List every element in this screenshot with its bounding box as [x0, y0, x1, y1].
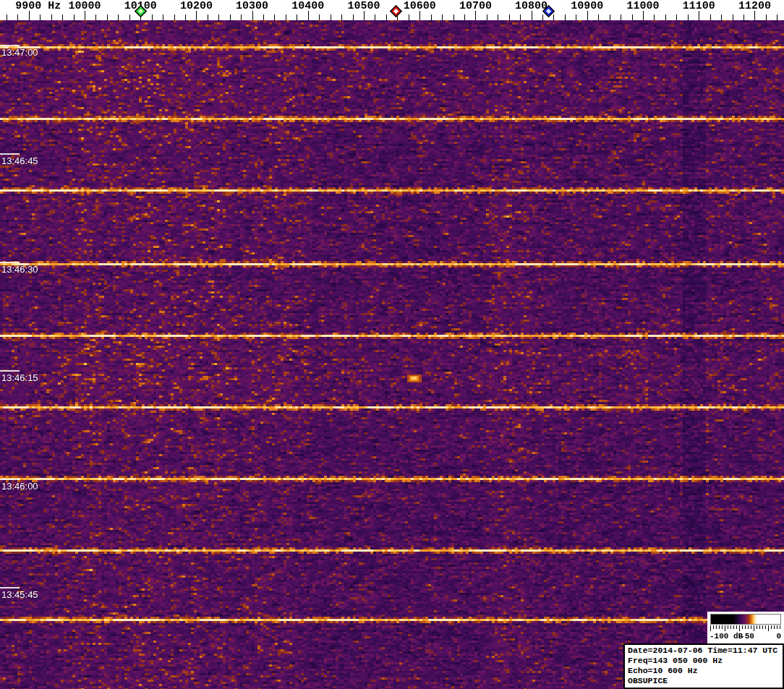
red-diamond-marker[interactable]: [390, 5, 402, 17]
freq-axis-label: 10400: [291, 0, 324, 12]
colorbar-label-max: 0: [776, 632, 781, 641]
info-station-name: OBSUPICE: [628, 676, 780, 686]
colorbar-label-mid: -50: [740, 632, 754, 641]
info-echo-frequency: Echo=10 600 Hz: [628, 666, 780, 676]
green-diamond-marker[interactable]: [135, 5, 147, 17]
freq-axis-label: 10200: [180, 0, 213, 12]
status-info-box: Date=2014-07-06 Time=11:47 UTC Freq=143 …: [623, 643, 784, 689]
blue-diamond-marker-icon: [542, 5, 555, 17]
green-diamond-marker-icon: [135, 5, 147, 17]
info-date-time: Date=2014-07-06 Time=11:47 UTC: [628, 646, 780, 656]
freq-axis-label: 10700: [459, 0, 492, 12]
red-diamond-marker-icon: [390, 5, 402, 17]
colorbar-ticks: [710, 625, 781, 632]
waterfall-window: 9900 Hz100001010010200103001040010500106…: [0, 0, 784, 689]
colorbar-label-min: -100 dB: [710, 632, 743, 641]
freq-axis-label: 9900 Hz: [15, 0, 61, 12]
freq-axis-label: 10600: [404, 0, 436, 12]
frequency-ruler[interactable]: 9900 Hz100001010010200103001040010500106…: [0, 0, 784, 20]
colorbar: -100 dB -50 0: [707, 612, 784, 643]
freq-axis-label: 10000: [68, 0, 101, 12]
blue-diamond-marker[interactable]: [542, 5, 555, 17]
freq-axis-label: 11200: [738, 0, 771, 12]
freq-axis-label: 10900: [571, 0, 603, 12]
freq-axis-label: 10300: [236, 0, 268, 12]
waterfall-spectrogram: [0, 20, 784, 689]
freq-axis-label: 11000: [626, 0, 659, 12]
freq-axis-label: 10500: [347, 0, 380, 12]
info-frequency: Freq=143 050 000 Hz: [628, 656, 780, 666]
colorbar-gradient: [710, 614, 781, 625]
freq-axis-label: 11100: [683, 0, 715, 12]
